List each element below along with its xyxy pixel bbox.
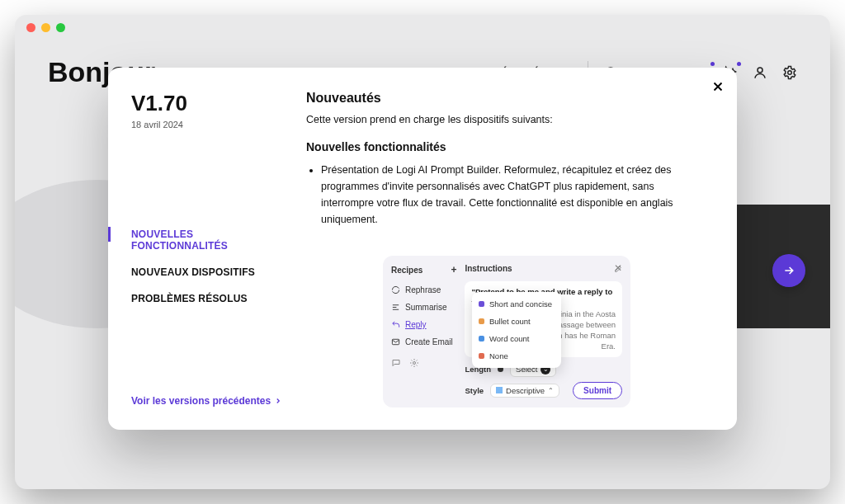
- option-none[interactable]: None: [472, 347, 561, 365]
- add-recipe-icon[interactable]: +: [451, 264, 456, 276]
- sidebar-item-devices[interactable]: NOUVEAUX DISPOSITIFS: [131, 266, 290, 278]
- mail-icon: [391, 337, 400, 346]
- sidebar-item-features[interactable]: NOUVELLES FONCTIONNALITÉS: [131, 228, 290, 252]
- chevron-up-icon: ⌃: [548, 387, 554, 394]
- recipe-rephrase[interactable]: Rephrase: [391, 284, 456, 296]
- style-select[interactable]: Descriptive ⌃: [490, 384, 559, 398]
- feature-bullet: Présentation de Logi AI Prompt Builder. …: [321, 162, 707, 228]
- recipes-heading: Recipes: [391, 266, 422, 275]
- release-notes-modal: V1.70 18 avril 2024 NOUVELLES FONCTIONNA…: [108, 68, 737, 430]
- submit-button[interactable]: Submit: [573, 382, 622, 399]
- modal-title: Nouveautés: [306, 91, 707, 106]
- section-heading: Nouvelles fonctionnalités: [306, 140, 707, 153]
- settings-mini-icon[interactable]: [409, 358, 419, 368]
- list-icon: [391, 303, 400, 312]
- previous-versions-label: Voir les versions précédentes: [131, 395, 271, 407]
- preview-close-icon[interactable]: ✕: [614, 262, 622, 274]
- length-dropdown: Short and concise Bullet count Word coun…: [472, 292, 561, 368]
- release-date: 18 avril 2024: [131, 120, 290, 130]
- style-color-icon: [496, 387, 503, 393]
- chat-icon[interactable]: [391, 358, 401, 368]
- instructions-heading: Instructions: [465, 264, 512, 273]
- recipe-summarise[interactable]: Summarise: [391, 301, 456, 313]
- sidebar-item-fixed[interactable]: PROBLÈMES RÉSOLUS: [131, 293, 290, 304]
- supports-text: Cette version prend en charge les dispos…: [306, 114, 707, 125]
- svg-point-4: [413, 362, 416, 365]
- ai-prompt-builder-preview: ✕ Recipes + Rephrase: [383, 256, 630, 407]
- recipe-create-email[interactable]: Create Email: [391, 336, 456, 348]
- chevron-right-icon: [274, 397, 282, 405]
- option-word[interactable]: Word count: [472, 330, 561, 347]
- recipe-reply[interactable]: Reply: [391, 318, 456, 331]
- previous-versions-link[interactable]: Voir les versions précédentes: [131, 395, 290, 407]
- style-label: Style: [465, 386, 484, 395]
- reply-icon: [391, 320, 400, 329]
- version-title: V1.70: [131, 91, 290, 116]
- option-bullet[interactable]: Bullet count: [472, 313, 561, 330]
- refresh-icon: [391, 285, 400, 294]
- option-short[interactable]: Short and concise: [472, 295, 561, 313]
